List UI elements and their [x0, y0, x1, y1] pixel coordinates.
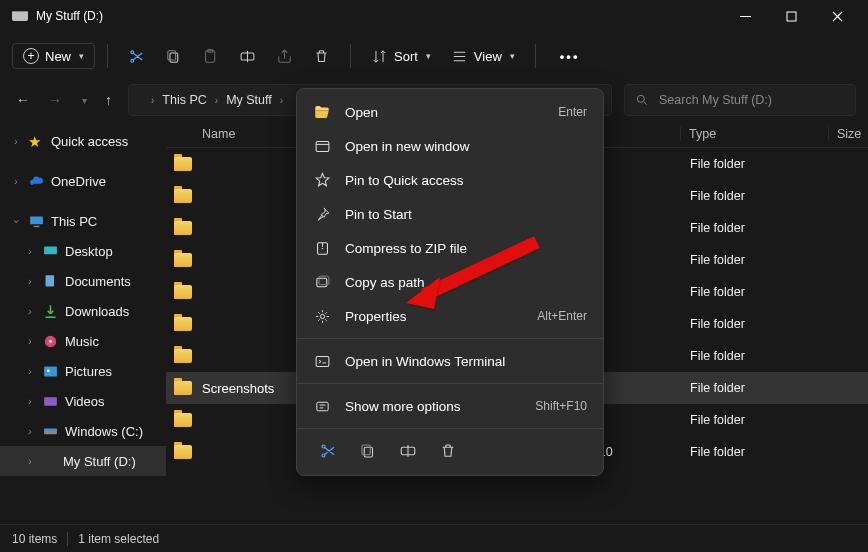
file-type: File folder	[690, 221, 838, 235]
status-bar: 10 items 1 item selected	[0, 524, 868, 552]
ctx-copy-as-path[interactable]: Copy as path	[297, 265, 603, 299]
chevron-right-icon: ›	[280, 95, 283, 106]
ctx-open-new-window[interactable]: Open in new window	[297, 129, 603, 163]
view-button[interactable]: View ▾	[443, 42, 523, 71]
scissors-icon	[128, 48, 145, 65]
ctx-compress-zip[interactable]: Compress to ZIP file	[297, 231, 603, 265]
rename-button[interactable]	[231, 42, 264, 71]
folder-icon	[174, 189, 192, 203]
svg-rect-8	[34, 225, 40, 226]
close-button[interactable]	[814, 0, 860, 32]
file-type: File folder	[690, 413, 838, 427]
ctx-rename[interactable]	[399, 442, 417, 463]
file-type: File folder	[690, 317, 838, 331]
nav-buttons: ← → ▾ ↑	[12, 92, 116, 108]
copy-path-icon	[313, 274, 331, 291]
music-icon	[42, 333, 59, 350]
videos-icon	[42, 393, 59, 410]
share-icon	[276, 48, 293, 65]
rename-icon	[399, 442, 417, 460]
view-label: View	[474, 49, 502, 64]
sidebar-item-music[interactable]: ›Music	[0, 326, 166, 356]
window-title: My Stuff (D:)	[36, 9, 722, 23]
sidebar-item-windows-c[interactable]: ›Windows (C:)	[0, 416, 166, 446]
sidebar-item-downloads[interactable]: ›Downloads	[0, 296, 166, 326]
new-label: New	[45, 49, 71, 64]
ctx-show-more-options[interactable]: Show more options Shift+F10	[297, 389, 603, 423]
terminal-icon	[313, 353, 331, 370]
sidebar-this-pc[interactable]: ›This PC	[0, 206, 166, 236]
view-icon	[451, 48, 468, 65]
svg-rect-21	[318, 276, 328, 285]
ctx-cut[interactable]	[319, 442, 337, 463]
sidebar-quick-access[interactable]: ›★Quick access	[0, 126, 166, 156]
trash-icon	[313, 48, 330, 65]
back-button[interactable]: ←	[16, 92, 30, 108]
sidebar-item-pictures[interactable]: ›Pictures	[0, 356, 166, 386]
ctx-open-terminal[interactable]: Open in Windows Terminal	[297, 344, 603, 378]
zip-icon	[313, 240, 331, 257]
properties-icon	[313, 308, 331, 325]
copy-icon	[359, 442, 377, 460]
ctx-open[interactable]: Open Enter	[297, 95, 603, 129]
dots-icon: •••	[556, 49, 584, 64]
folder-icon	[174, 285, 192, 299]
new-button[interactable]: + New ▾	[12, 43, 95, 69]
more-options-icon	[313, 398, 331, 415]
share-button[interactable]	[268, 42, 301, 71]
col-size[interactable]: Size	[828, 127, 861, 141]
more-button[interactable]: •••	[548, 43, 592, 70]
maximize-button[interactable]	[768, 0, 814, 32]
up-button[interactable]: ↑	[105, 92, 112, 108]
sidebar-onedrive[interactable]: ›OneDrive	[0, 166, 166, 196]
window-icon	[313, 138, 331, 155]
drive-icon	[12, 11, 28, 21]
trash-icon	[439, 442, 457, 460]
svg-rect-20	[316, 278, 326, 287]
sidebar-item-documents[interactable]: ›Documents	[0, 266, 166, 296]
folder-icon	[174, 157, 192, 171]
titlebar: My Stuff (D:)	[0, 0, 868, 32]
sidebar-item-desktop[interactable]: ›Desktop	[0, 236, 166, 266]
breadcrumb-item[interactable]: My Stuff	[226, 93, 272, 107]
copy-button[interactable]	[157, 42, 190, 71]
sort-button[interactable]: Sort ▾	[363, 42, 439, 71]
breadcrumb-item[interactable]: This PC	[162, 93, 206, 107]
ctx-pin-quick-access[interactable]: Pin to Quick access	[297, 163, 603, 197]
paste-button[interactable]	[194, 42, 227, 71]
file-type: File folder	[690, 285, 838, 299]
svg-rect-25	[364, 447, 372, 457]
col-type[interactable]: Type	[680, 127, 828, 141]
ctx-properties[interactable]: Properties Alt+Enter	[297, 299, 603, 333]
cut-button[interactable]	[120, 42, 153, 71]
search-input[interactable]: Search My Stuff (D:)	[624, 84, 856, 116]
svg-rect-2	[168, 50, 176, 59]
ctx-pin-to-start[interactable]: Pin to Start	[297, 197, 603, 231]
svg-rect-17	[44, 428, 57, 430]
folder-icon	[174, 349, 192, 363]
pin-star-icon	[313, 172, 331, 189]
folder-icon	[174, 317, 192, 331]
svg-rect-15	[44, 397, 57, 406]
folder-icon	[174, 221, 192, 235]
svg-point-14	[47, 369, 50, 372]
sidebar-item-videos[interactable]: ›Videos	[0, 386, 166, 416]
svg-rect-1	[170, 52, 178, 61]
chevron-down-icon: ▾	[426, 51, 431, 61]
recent-button[interactable]: ▾	[82, 95, 87, 106]
copy-icon	[165, 48, 182, 65]
svg-rect-9	[44, 246, 57, 254]
sidebar-item-my-stuff-d[interactable]: ›My Stuff (D:)	[0, 446, 166, 476]
minimize-button[interactable]	[722, 0, 768, 32]
svg-rect-24	[316, 402, 327, 411]
downloads-icon	[42, 303, 59, 320]
forward-button[interactable]: →	[48, 92, 62, 108]
sidebar: ›★Quick access ›OneDrive ›This PC ›Deskt…	[0, 120, 166, 512]
file-type: File folder	[690, 381, 838, 395]
ctx-delete[interactable]	[439, 442, 457, 463]
cloud-icon	[28, 173, 45, 190]
delete-button[interactable]	[305, 42, 338, 71]
chevron-down-icon: ▾	[510, 51, 515, 61]
ctx-copy[interactable]	[359, 442, 377, 463]
folder-icon	[174, 253, 192, 267]
